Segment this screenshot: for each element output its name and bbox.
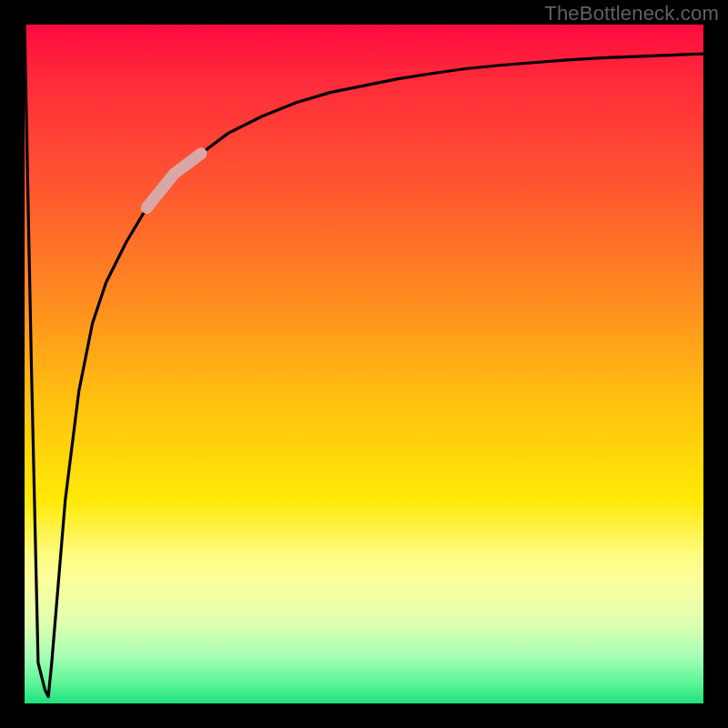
highlight-segment bbox=[147, 154, 201, 208]
plot-area bbox=[25, 25, 703, 703]
bottleneck-curve bbox=[25, 25, 703, 697]
curve-svg bbox=[25, 25, 703, 703]
chart-frame: TheBottleneck.com bbox=[0, 0, 728, 728]
watermark-text: TheBottleneck.com bbox=[544, 2, 719, 25]
